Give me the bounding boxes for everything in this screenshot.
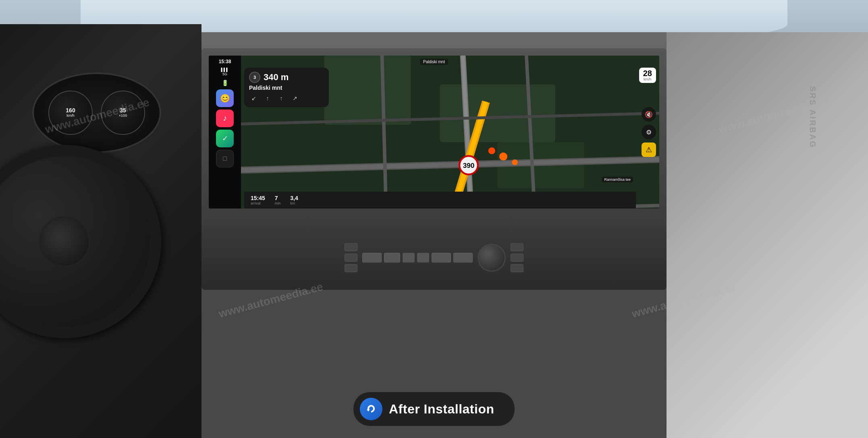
- climate-plus-button[interactable]: [417, 253, 429, 262]
- svg-rect-1: [324, 56, 411, 125]
- nav-distance-km: 3,4 km: [290, 195, 298, 205]
- turn-slight-left-icon: ↑: [263, 93, 272, 103]
- nav-distance-value: 340 m: [264, 72, 289, 83]
- rpm-gauge: 35 ×100: [101, 91, 145, 135]
- nav-direction-card: 3 340 m Paldiski mnt ↙ ↑ ↑ ↗: [244, 68, 329, 107]
- warning-button[interactable]: ⚠: [642, 143, 656, 157]
- map-top-label: Paldiski mnt: [420, 59, 448, 65]
- speedometer-gauge: 160 km/h: [48, 91, 93, 135]
- svg-text:390: 390: [463, 161, 475, 169]
- badge-icon: [360, 398, 382, 420]
- svg-point-17: [488, 147, 495, 154]
- climate-minus-button[interactable]: [403, 253, 415, 262]
- turn-straight-icon: ↑: [276, 93, 286, 103]
- right-interior-panel: SRS AIRBAG: [667, 32, 868, 438]
- instrument-cluster: 160 km/h 35 ×100: [32, 72, 161, 153]
- climate-center-controls: [362, 253, 473, 262]
- battery-icon: 🔋: [222, 80, 228, 86]
- carplay-signal-display: ▌▌▌ 5G: [221, 68, 228, 76]
- climate-btn-6[interactable]: [511, 264, 523, 272]
- nav-arrival-time: 15:45 arrival: [251, 195, 265, 205]
- climate-auto-button[interactable]: [384, 253, 400, 262]
- climate-btn-1[interactable]: [345, 243, 357, 251]
- whatsapp-app-icon[interactable]: ✓: [216, 130, 234, 147]
- carplay-time-display: 15:38: [219, 59, 231, 64]
- music-app-icon[interactable]: ♪: [216, 110, 234, 127]
- speed-limit-badge: 28 km/h: [639, 68, 656, 83]
- steering-wheel: [0, 145, 161, 338]
- phone-app-icon[interactable]: □: [216, 150, 234, 167]
- srs-airbag-label: SRS AIRBAG: [808, 86, 817, 149]
- installation-icon: [365, 403, 377, 415]
- after-installation-label: After Installation: [389, 402, 494, 417]
- nav-bottom-bar: 15:45 arrival 7 min 3,4 km: [244, 192, 636, 209]
- svg-rect-2: [440, 85, 555, 142]
- nav-turn-options: ↙ ↑ ↑ ↗: [249, 93, 324, 103]
- climate-btn-4[interactable]: [511, 243, 523, 251]
- nav-turn-circle: 3: [249, 72, 260, 83]
- map-place-label: Rannamõisa tee: [602, 177, 633, 182]
- speed-unit-label: km/h: [643, 77, 652, 81]
- nav-distance-row: 3 340 m: [249, 72, 324, 83]
- climate-right-buttons: [511, 243, 523, 272]
- svg-point-15: [499, 153, 507, 161]
- climate-main-knob[interactable]: [478, 244, 506, 272]
- climate-btn-5[interactable]: [511, 254, 523, 262]
- after-installation-badge: After Installation: [353, 392, 515, 426]
- climate-ac2-button[interactable]: [432, 253, 451, 262]
- siri-app-icon[interactable]: 😊: [216, 89, 234, 107]
- carplay-screen[interactable]: 390 Paldiski mnt 15:38 ▌▌▌ 5G 🔋 😊 ♪ ✓: [209, 56, 659, 209]
- climate-left-buttons: [345, 243, 357, 272]
- nav-minutes: 7 min: [275, 195, 281, 205]
- turn-right-icon: ↗: [290, 93, 300, 103]
- filter-button[interactable]: ⚙: [642, 125, 656, 139]
- carplay-sidebar: 15:38 ▌▌▌ 5G 🔋 😊 ♪ ✓ □: [209, 56, 241, 209]
- climate-ac-button[interactable]: [362, 253, 382, 262]
- speed-value: 28: [643, 69, 652, 77]
- left-interior-panel: 160 km/h 35 ×100: [0, 24, 201, 438]
- climate-dual-button[interactable]: [453, 253, 473, 262]
- map-controls-panel: 🔇 ⚙ ⚠: [642, 107, 656, 157]
- mute-button[interactable]: 🔇: [642, 107, 656, 122]
- turn-left-icon: ↙: [249, 93, 259, 103]
- svg-point-16: [512, 159, 518, 165]
- climate-btn-2[interactable]: [345, 254, 357, 262]
- nav-street-name: Paldiski mnt: [249, 85, 324, 91]
- climate-control-area: [201, 225, 667, 290]
- climate-btn-3[interactable]: [345, 264, 357, 272]
